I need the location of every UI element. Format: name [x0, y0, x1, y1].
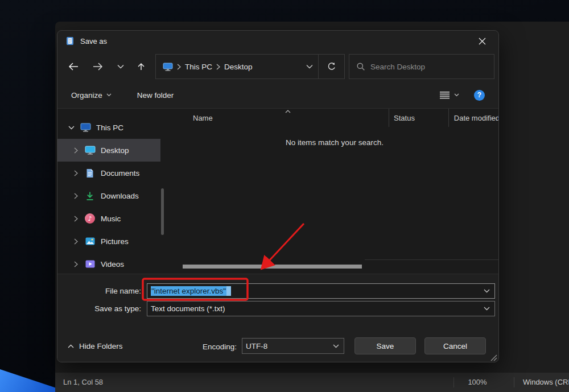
chevron-right-icon[interactable]	[72, 170, 79, 176]
forward-button[interactable]	[91, 60, 105, 73]
notepad-status-bar: Ln 1, Col 58 100% Windows (CRLF)	[55, 373, 569, 392]
music-icon: ♪	[84, 213, 96, 224]
file-name-selected-text: "internet explorer.vbs"	[151, 286, 226, 296]
this-pc-icon	[80, 123, 91, 132]
organize-button[interactable]: Organize	[71, 91, 112, 100]
address-bar-divider	[318, 55, 319, 79]
refresh-icon[interactable]	[324, 62, 340, 71]
sidebar-item-videos[interactable]: Videos	[57, 253, 160, 275]
column-label: Name	[193, 114, 213, 122]
pictures-icon	[84, 237, 96, 245]
encoding-value: UTF-8	[246, 342, 267, 350]
sidebar-item-desktop[interactable]: Desktop	[57, 139, 160, 162]
address-bar[interactable]: This PC Desktop	[155, 54, 345, 79]
downloads-icon	[84, 191, 96, 201]
dialog-title: Save as	[80, 37, 107, 46]
column-header-name[interactable]: Name	[170, 109, 389, 127]
up-button[interactable]	[134, 60, 148, 73]
chevron-down-icon[interactable]	[68, 126, 75, 130]
sidebar-item-label: Documents	[101, 169, 139, 178]
sidebar-item-pictures[interactable]: Pictures	[57, 230, 160, 253]
breadcrumb-chevron-icon	[177, 64, 181, 70]
videos-icon	[84, 260, 96, 268]
sidebar-item-label: Downloads	[101, 192, 139, 200]
save-options-panel: File name: "internet explorer.vbs" Save …	[57, 274, 499, 362]
chevron-down-icon[interactable]	[484, 307, 490, 311]
column-header-date-modified[interactable]: Date modified	[448, 109, 499, 127]
search-box[interactable]	[349, 54, 494, 79]
chevron-down-icon[interactable]	[484, 289, 490, 293]
sidebar-item-label: Videos	[101, 260, 124, 269]
desktop-screen: Ln 1, Col 58 100% Windows (CRLF) Save as	[0, 0, 569, 392]
column-header-status[interactable]: Status	[389, 109, 448, 127]
chevron-right-icon[interactable]	[72, 147, 79, 154]
cursor-position-status: Ln 1, Col 58	[63, 378, 103, 386]
navigation-bar: This PC Desktop	[57, 51, 498, 82]
new-folder-button[interactable]: New folder	[137, 91, 174, 100]
save-as-dialog: Save as	[57, 30, 499, 362]
help-icon[interactable]: ?	[474, 90, 485, 101]
notepad-app-icon	[65, 36, 75, 46]
documents-icon	[84, 168, 96, 178]
chevron-right-icon[interactable]	[72, 261, 79, 267]
desktop-icon	[84, 146, 96, 155]
sidebar-item-music[interactable]: ♪ Music	[57, 207, 160, 230]
save-as-type-label: Save as type:	[63, 304, 141, 313]
horizontal-scrollbar[interactable]	[183, 265, 362, 269]
address-dropdown-chevron-icon[interactable]	[306, 64, 313, 69]
chevron-up-icon	[68, 344, 74, 348]
command-toolbar: Organize New folder ?	[57, 82, 498, 109]
chevron-down-icon[interactable]	[333, 344, 339, 348]
status-divider	[514, 377, 514, 387]
resize-grip[interactable]	[490, 354, 497, 361]
location-monitor-icon	[163, 63, 173, 71]
chevron-right-icon[interactable]	[72, 238, 79, 245]
column-label: Date modified	[454, 114, 499, 122]
empty-folder-message: No items match your search.	[170, 138, 499, 147]
sidebar-item-this-pc[interactable]: This PC	[57, 116, 160, 139]
encoding-select[interactable]: UTF-8	[242, 338, 344, 354]
status-divider	[453, 377, 454, 387]
save-as-type-value: Text documents (*.txt)	[151, 304, 225, 313]
close-button[interactable]	[469, 31, 495, 51]
breadcrumb-this-pc[interactable]: This PC	[185, 63, 212, 71]
search-input[interactable]	[370, 63, 487, 71]
zoom-level-status[interactable]: 100%	[460, 378, 494, 386]
file-list-pane: Name Status Date modified No items match…	[170, 109, 499, 274]
recent-locations-chevron-icon[interactable]	[114, 60, 127, 73]
view-options-button[interactable]	[440, 91, 459, 99]
breadcrumb-chevron-icon	[216, 64, 220, 70]
sidebar-item-downloads[interactable]: Downloads	[57, 184, 160, 207]
encoding-label: Encoding:	[180, 343, 237, 351]
file-name-label: File name:	[63, 287, 141, 295]
chevron-right-icon[interactable]	[72, 216, 79, 222]
new-folder-label: New folder	[137, 91, 174, 100]
file-name-input[interactable]: "internet explorer.vbs"	[147, 283, 495, 299]
cancel-button[interactable]: Cancel	[424, 337, 486, 354]
column-label: Status	[394, 114, 415, 122]
back-button[interactable]	[67, 60, 80, 73]
folder-tree-sidebar: This PC Desktop	[57, 116, 160, 275]
sidebar-item-documents[interactable]: Documents	[57, 162, 160, 184]
sidebar-scrollbar[interactable]	[161, 188, 164, 235]
chevron-right-icon[interactable]	[72, 193, 79, 199]
hide-folders-button[interactable]: Hide Folders	[68, 342, 123, 350]
save-button[interactable]: Save	[354, 337, 416, 354]
breadcrumb-desktop[interactable]: Desktop	[224, 63, 253, 71]
line-ending-status[interactable]: Windows (CRLF)	[523, 378, 569, 386]
sidebar-item-label: Pictures	[101, 237, 129, 246]
dialog-title-bar[interactable]: Save as	[57, 31, 498, 51]
selection-end-cap	[226, 286, 231, 296]
list-divider	[365, 259, 499, 260]
sidebar-item-label: Desktop	[101, 146, 129, 155]
hide-folders-label: Hide Folders	[79, 342, 123, 350]
browser-content: This PC Desktop	[57, 109, 499, 274]
sidebar-item-label: This PC	[96, 123, 123, 132]
save-as-type-select[interactable]: Text documents (*.txt)	[147, 301, 495, 316]
organize-label: Organize	[71, 91, 102, 100]
sidebar-item-label: Music	[101, 214, 121, 223]
column-headers: Name Status Date modified	[170, 109, 499, 127]
search-icon	[356, 62, 365, 71]
